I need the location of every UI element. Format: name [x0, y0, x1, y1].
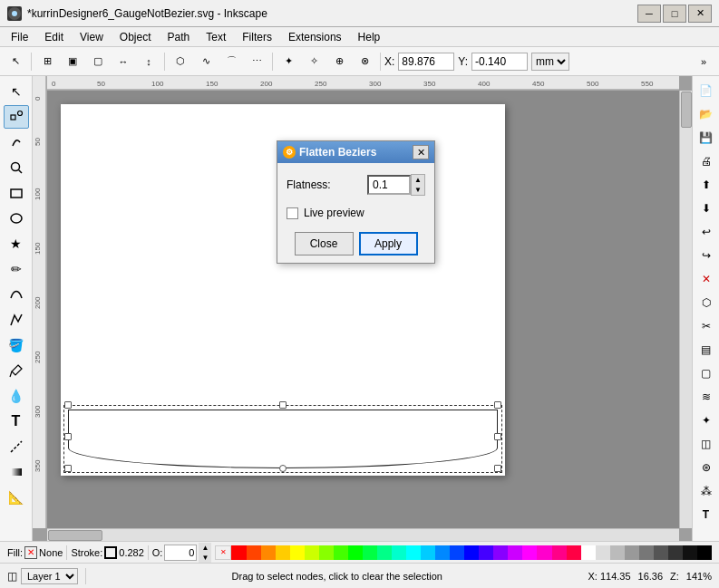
menu-path[interactable]: Path	[160, 29, 198, 45]
toolbar-snap4[interactable]: ⊗	[353, 51, 376, 72]
rt-open[interactable]: 📂	[695, 103, 717, 125]
tool-bezier[interactable]	[4, 283, 29, 306]
toolbar-node[interactable]: ⬡	[169, 51, 192, 72]
opacity-input[interactable]	[164, 545, 197, 561]
opacity-down[interactable]: ▼	[199, 553, 211, 563]
toolbar-path[interactable]: ⋯	[245, 51, 268, 72]
palette-color[interactable]	[567, 545, 581, 560]
fill-swatch[interactable]: ✕	[24, 546, 37, 559]
horizontal-scrollbar[interactable]	[47, 528, 679, 541]
toolbar-snap1[interactable]: ✦	[277, 51, 300, 72]
palette-color[interactable]	[581, 545, 596, 560]
rt-stroke[interactable]: ▢	[695, 362, 717, 384]
tool-arrow[interactable]: ↖	[4, 80, 29, 103]
tool-node[interactable]	[4, 105, 29, 129]
menu-file[interactable]: File	[4, 29, 35, 45]
toolbar-snap3[interactable]: ⊕	[327, 51, 351, 72]
x-input[interactable]	[398, 53, 454, 71]
dialog-close-icon[interactable]: ✕	[413, 145, 429, 159]
rt-xml[interactable]: ✦	[695, 410, 717, 431]
rt-export[interactable]: ⬇	[695, 198, 717, 219]
opacity-up[interactable]: ▲	[199, 543, 211, 553]
flatness-spin-down[interactable]: ▼	[412, 185, 424, 195]
toolbar-curve2[interactable]: ⌒	[219, 51, 243, 72]
rt-fill[interactable]: ▤	[695, 339, 717, 361]
close-button[interactable]: ✕	[688, 5, 712, 23]
menu-filters[interactable]: Filters	[235, 29, 279, 45]
palette-color[interactable]	[508, 545, 522, 560]
palette-color[interactable]	[363, 545, 377, 560]
toolbar-group[interactable]: ▣	[61, 51, 84, 72]
rt-save[interactable]: 💾	[695, 127, 717, 149]
stroke-swatch[interactable]	[104, 546, 117, 559]
rt-delete[interactable]: ✕	[695, 268, 717, 290]
palette-color[interactable]	[406, 545, 421, 560]
palette-color[interactable]	[276, 545, 290, 560]
palette-color[interactable]	[596, 545, 610, 560]
tool-connector[interactable]	[4, 435, 29, 458]
palette-color[interactable]	[625, 545, 639, 560]
flatten-beziers-dialog[interactable]: ⚙ Flatten Beziers ✕ Flatness: ▲ ▼	[277, 140, 435, 264]
menu-extensions[interactable]: Extensions	[281, 29, 349, 45]
menu-edit[interactable]: Edit	[37, 29, 71, 45]
apply-button[interactable]: Apply	[359, 232, 418, 255]
palette-color[interactable]	[348, 545, 363, 560]
rt-new[interactable]: 📄	[695, 80, 717, 101]
tool-tweak[interactable]	[4, 130, 29, 154]
palette-color[interactable]	[319, 545, 334, 560]
menu-text[interactable]: Text	[199, 29, 233, 45]
flatness-input[interactable]	[367, 175, 411, 195]
palette-color[interactable]	[392, 545, 406, 560]
palette-color[interactable]	[697, 545, 712, 560]
palette-color[interactable]	[493, 545, 508, 560]
tool-bucket[interactable]: 🪣	[4, 333, 29, 357]
palette-color[interactable]	[377, 545, 392, 560]
menu-view[interactable]: View	[73, 29, 111, 45]
tool-star[interactable]: ★	[4, 232, 29, 255]
toolbar-snap2[interactable]: ✧	[302, 51, 325, 72]
tool-calligraphy[interactable]	[4, 308, 29, 332]
rt-redo[interactable]: ↪	[695, 245, 717, 266]
tool-measure[interactable]: 📐	[4, 486, 29, 509]
palette-color[interactable]	[639, 545, 654, 560]
toolbar-flip-v[interactable]: ↕	[137, 51, 160, 72]
rt-undo[interactable]: ↩	[695, 221, 717, 243]
palette-color[interactable]	[334, 545, 348, 560]
rt-node-edit[interactable]: ⬡	[695, 292, 717, 313]
rt-print[interactable]: 🖨	[695, 150, 717, 172]
toolbar-ungroup[interactable]: ▢	[86, 51, 110, 72]
tool-ellipse[interactable]	[4, 207, 29, 230]
palette-color[interactable]	[552, 545, 567, 560]
palette-color[interactable]	[610, 545, 625, 560]
y-input[interactable]	[471, 53, 528, 71]
toolbar-align[interactable]: ⊞	[35, 51, 59, 72]
rt-spray2[interactable]: ⁂	[695, 480, 717, 502]
minimize-button[interactable]: ─	[637, 5, 661, 23]
palette-color[interactable]	[464, 545, 479, 560]
layer-select[interactable]: Layer 1	[21, 568, 78, 584]
palette-color[interactable]	[537, 545, 551, 560]
vertical-scrollbar[interactable]	[679, 91, 692, 528]
palette-color[interactable]	[231, 545, 246, 560]
tool-zoom[interactable]	[4, 156, 29, 179]
close-button[interactable]: Close	[295, 232, 354, 255]
palette-color[interactable]	[290, 545, 305, 560]
palette-color[interactable]	[683, 545, 697, 560]
live-preview-checkbox[interactable]	[287, 207, 298, 219]
rt-import[interactable]: ⬆	[695, 174, 717, 196]
rt-scissors[interactable]: ✂	[695, 315, 717, 337]
rt-filter[interactable]: ≋	[695, 386, 717, 408]
palette-transparent[interactable]: ✕	[215, 545, 231, 560]
tool-text[interactable]: T	[4, 410, 29, 433]
flatness-spin-up[interactable]: ▲	[412, 175, 424, 185]
palette-color[interactable]	[668, 545, 683, 560]
maximize-button[interactable]: □	[663, 5, 686, 23]
palette-color[interactable]	[305, 545, 319, 560]
palette-color[interactable]	[421, 545, 435, 560]
tool-dropper[interactable]	[4, 359, 29, 382]
tool-spray[interactable]: 💧	[4, 384, 29, 408]
rt-symbols[interactable]: ⊛	[695, 457, 717, 478]
tool-rect[interactable]	[4, 181, 29, 205]
tool-gradient[interactable]	[4, 460, 29, 484]
toolbar-flip-h[interactable]: ↔	[112, 51, 135, 72]
